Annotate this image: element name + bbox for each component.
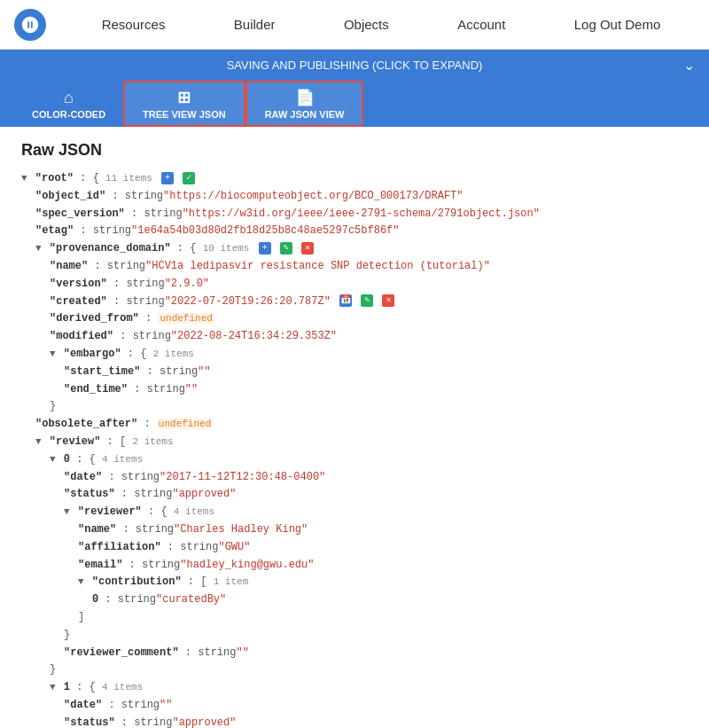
object-id-row: "object_id" : string"https://biocomputeo… [35, 188, 688, 206]
arrow-icon: ▼ [64, 506, 70, 517]
delete-icon[interactable]: ✕ [301, 242, 314, 254]
logo[interactable] [14, 9, 46, 41]
edit-icon[interactable]: ✎ [280, 242, 292, 254]
arrow-icon: ▼ [78, 576, 84, 587]
derived-from-row: "derived_from" : undefined [50, 310, 688, 328]
spec-version-row: "spec_version" : string"https://w3id.org… [35, 206, 688, 223]
review-1-row: ▼ 1 : { 4 items [50, 679, 688, 697]
etag-row: "etag" : string"1e64a54b03d80d2fb18d25b8… [35, 223, 688, 240]
chevron-down-icon: ⌄ [683, 57, 695, 74]
arrow-icon: ▼ [35, 243, 42, 254]
root-row: ▼ "root" : { 11 items + ✓ [21, 170, 688, 188]
review-1-status-row: "status" : string"approved" [64, 715, 688, 728]
nav-resources[interactable]: Resources [95, 13, 173, 35]
calendar-icon[interactable]: 📅 [339, 294, 352, 307]
nav-builder[interactable]: Builder [227, 13, 283, 35]
review-0-status-row: "status" : string"approved" [64, 486, 688, 504]
nav-logout[interactable]: Log Out Demo [567, 13, 668, 35]
embargo-row: ▼ "embargo" : { 2 items [50, 346, 688, 364]
review-0-close: } [50, 661, 688, 679]
arrow-icon: ▼ [50, 348, 56, 359]
contribution-close: ] [78, 609, 688, 627]
reviewer-0-affiliation-row: "affiliation" : string"GWU" [78, 539, 688, 557]
subnav-color-coded[interactable]: ⌂ COLOR-CODED [14, 81, 123, 127]
review-0-date-row: "date" : string"2017-11-12T12:30:48-0400… [64, 469, 688, 487]
embargo-close: } [50, 398, 688, 416]
copy-icon[interactable]: ✓ [183, 172, 195, 184]
top-nav: Resources Builder Objects Account Log Ou… [0, 0, 709, 50]
json-tree: ▼ "root" : { 11 items + ✓ "object_id" : … [21, 170, 688, 728]
delete-icon[interactable]: ✕ [382, 294, 394, 307]
subnav-tree-view-json[interactable]: ⊞ TREE VIEW JSON [123, 81, 245, 127]
home-icon: ⌂ [64, 89, 74, 107]
subnav-raw-json-label: RAW JSON VIEW [265, 109, 345, 120]
arrow-icon: ▼ [50, 454, 56, 465]
reviewer-0-close: } [64, 627, 688, 645]
page-title: Raw JSON [21, 141, 688, 160]
reviewer-0-name-row: "name" : string"Charles Hadley King" [78, 521, 688, 539]
banner-text: SAVING AND PUBLISHING (CLICK TO EXPAND) [227, 59, 483, 72]
review-row: ▼ "review" : [ 2 items [35, 434, 688, 451]
provenance-domain-row: ▼ "provenance_domain" : { 10 items + ✎ ✕ [35, 240, 688, 258]
name-row: "name" : string"HCV1a ledipasvir resista… [50, 258, 688, 276]
edit-icon[interactable]: ✎ [361, 294, 373, 307]
sub-nav: ⌂ COLOR-CODED ⊞ TREE VIEW JSON 📄 RAW JSO… [0, 81, 709, 127]
reviewer-0-contribution-row: ▼ "contribution" : [ 1 item [78, 574, 688, 591]
reviewer-0-email-row: "email" : string"hadley_king@gwu.edu" [78, 557, 688, 575]
saving-banner[interactable]: SAVING AND PUBLISHING (CLICK TO EXPAND) … [0, 50, 709, 81]
add-icon[interactable]: + [259, 242, 271, 254]
review-1-date-row: "date" : string"" [64, 697, 688, 715]
arrow-icon: ▼ [21, 173, 27, 184]
subnav-tree-view-label: TREE VIEW JSON [143, 109, 226, 120]
review-0-row: ▼ 0 : { 4 items [50, 451, 688, 469]
tree-icon: ⊞ [177, 88, 191, 107]
nav-objects[interactable]: Objects [337, 13, 396, 35]
contribution-0-curatedby-row: 0 : string"curatedBy" [92, 591, 688, 609]
review-0-reviewer-row: ▼ "reviewer" : { 4 items [64, 504, 688, 521]
add-icon[interactable]: + [161, 172, 174, 184]
main-content: Raw JSON ▼ "root" : { 11 items + ✓ "obje… [0, 127, 709, 728]
nav-account[interactable]: Account [450, 13, 512, 35]
document-icon: 📄 [295, 88, 315, 107]
modified-row: "modified" : string"2022-08-24T16:34:29.… [50, 328, 688, 346]
nav-items: Resources Builder Objects Account Log Ou… [67, 13, 695, 35]
arrow-icon: ▼ [35, 436, 42, 447]
obsolete-after-row: "obsolete_after" : undefined [35, 416, 688, 434]
arrow-icon: ▼ [50, 682, 56, 693]
version-row: "version" : string"2.9.0" [50, 276, 688, 294]
end-time-row: "end_time" : string"" [64, 381, 688, 399]
created-row: "created" : string"2022-07-20T19:26:20.7… [50, 294, 688, 311]
subnav-raw-json-view[interactable]: 📄 RAW JSON VIEW [245, 81, 364, 127]
subnav-color-coded-label: COLOR-CODED [32, 109, 105, 120]
start-time-row: "start_time" : string"" [64, 364, 688, 381]
review-0-comment-row: "reviewer_comment" : string"" [64, 645, 688, 662]
